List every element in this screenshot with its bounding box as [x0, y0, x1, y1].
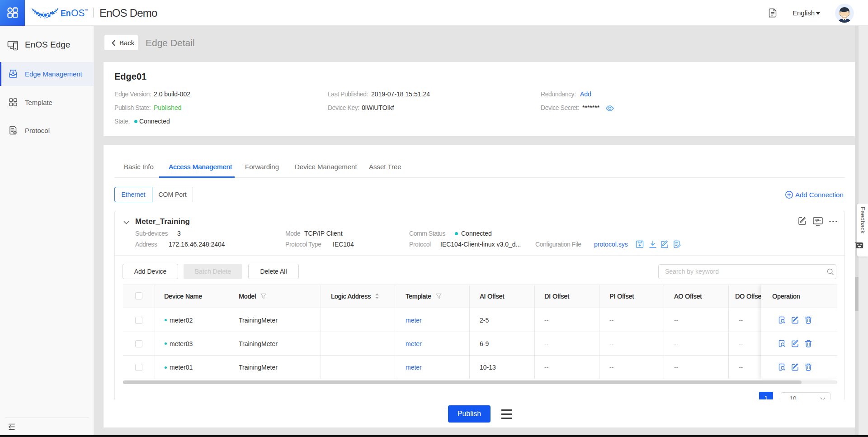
- svg-text:TM: TM: [85, 9, 88, 11]
- svg-text:En: En: [61, 8, 71, 18]
- svg-text:OS: OS: [71, 8, 85, 19]
